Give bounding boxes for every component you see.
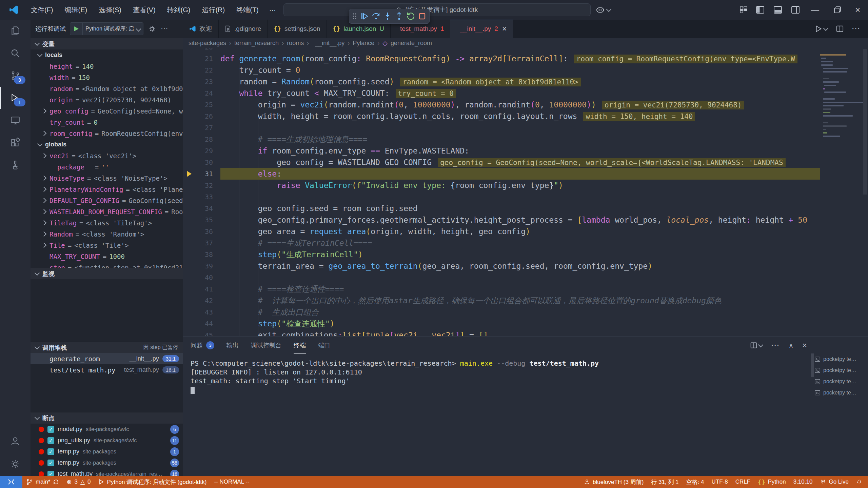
panel-tab-调试控制台[interactable]: 调试控制台 bbox=[251, 337, 281, 354]
line-number[interactable]: 27 bbox=[195, 122, 213, 134]
variable-row[interactable]: width=150 bbox=[31, 72, 183, 83]
breakpoint-row[interactable]: ✓temp.pysite-packages58 bbox=[31, 457, 183, 468]
code-line[interactable]: 36 geo_area = request_area(origin, width… bbox=[183, 226, 820, 237]
status-encoding[interactable]: UTF-8 bbox=[708, 476, 731, 488]
code-line[interactable]: 27 bbox=[183, 122, 820, 134]
panel-tab-问题[interactable]: 问题3 bbox=[191, 337, 214, 354]
code-editor[interactable]: 2021def generate_room(room_config: RoomR… bbox=[183, 48, 868, 336]
status-language-mode[interactable]: {}Python bbox=[754, 476, 790, 488]
variable-row[interactable]: vec2i=<class 'vec2i'> bbox=[31, 150, 183, 161]
close-button[interactable]: × bbox=[855, 0, 860, 20]
close-panel-button[interactable]: × bbox=[802, 341, 807, 350]
variable-row[interactable]: step=<function step at 0x1bf9cd216d bbox=[31, 262, 183, 268]
line-number[interactable]: 36 bbox=[195, 226, 213, 237]
panel-tab-终端[interactable]: 终端 bbox=[294, 337, 306, 354]
terminal-instance[interactable]: pocketpy te… bbox=[814, 365, 866, 376]
breadcrumb-item[interactable]: generate_room bbox=[391, 40, 432, 47]
tab-__init__.py[interactable]: __init__.py2× bbox=[450, 20, 513, 38]
variable-row[interactable]: try_count=0 bbox=[31, 117, 183, 128]
line-number[interactable]: 37 bbox=[195, 237, 213, 249]
run-python-file-button[interactable] bbox=[814, 25, 828, 33]
variable-row[interactable]: WASTELAND_ROOM_REQUEST_CONFIG=RoomR… bbox=[31, 206, 183, 217]
status-go-live[interactable]: Go Live bbox=[816, 476, 852, 488]
code-line[interactable]: 33 bbox=[183, 191, 820, 203]
status-cursor-position[interactable]: 行 31, 列 1 bbox=[647, 476, 682, 488]
line-number[interactable]: 23 bbox=[195, 76, 213, 87]
code-line[interactable]: 32 raise ValueError(f"Invalid env type: … bbox=[183, 180, 820, 191]
line-number[interactable]: 21 bbox=[195, 53, 213, 64]
panel-tab-输出[interactable]: 输出 bbox=[226, 337, 239, 354]
menu-item-转到(G)[interactable]: 转到(G) bbox=[161, 0, 196, 20]
code-line[interactable]: 37 # ====生成TerrainCell==== bbox=[183, 237, 820, 249]
line-number[interactable]: 34 bbox=[195, 203, 213, 214]
variable-row[interactable]: random=<Random object at 0x1bf9d01e… bbox=[31, 83, 183, 94]
extensions-icon[interactable] bbox=[0, 131, 31, 154]
breakpoint-row[interactable]: ✓test_math.pysite-packages\terrain_res…1… bbox=[31, 468, 183, 476]
line-number[interactable]: 22 bbox=[195, 64, 213, 76]
close-icon[interactable]: × bbox=[502, 24, 507, 34]
callstack-section-header[interactable]: 调用堆栈 因 step 已暂停 bbox=[31, 342, 183, 353]
breakpoint-row[interactable]: ✓png_utils.pysite-packages\wfc11 bbox=[31, 435, 183, 446]
status-indentation[interactable]: 空格: 4 bbox=[683, 476, 708, 488]
settings-gear-icon[interactable] bbox=[0, 452, 31, 476]
status-debug-session[interactable]: Python 调试程序: 启动文件 (godot-ldtk) bbox=[95, 476, 211, 488]
debug-step-over-button[interactable] bbox=[372, 12, 380, 21]
tab-.gdignore[interactable]: .gdignore bbox=[219, 20, 268, 38]
line-number[interactable]: 35 bbox=[195, 214, 213, 226]
status-problems[interactable]: ⊗3△0 bbox=[63, 476, 94, 488]
menu-item-终端(T)[interactable]: 终端(T) bbox=[231, 0, 264, 20]
terminal-instance[interactable]: pocketpy te… bbox=[814, 353, 866, 365]
code-line[interactable]: 26 width, height = room_config.layout.n_… bbox=[183, 110, 820, 122]
code-line[interactable]: 29 if room_config.env_type == EnvType.WA… bbox=[183, 145, 820, 157]
breakpoint-checkbox[interactable]: ✓ bbox=[47, 460, 54, 466]
line-number[interactable]: 38 bbox=[195, 249, 213, 260]
status-eol[interactable]: CRLF bbox=[732, 476, 754, 488]
line-number[interactable]: 25 bbox=[195, 99, 213, 110]
code-line[interactable]: 43 # 生成出口组合 bbox=[183, 306, 820, 318]
code-line[interactable]: 40 bbox=[183, 272, 820, 283]
debug-restart-button[interactable] bbox=[406, 12, 415, 21]
menu-item-选择(S)[interactable]: 选择(S) bbox=[93, 0, 127, 20]
variable-row[interactable]: NoiseType=<class 'NoiseType'> bbox=[31, 172, 183, 184]
breakpoints-section-header[interactable]: 断点 bbox=[31, 412, 183, 424]
code-line[interactable]: 28 # ====生成初始地理信息==== bbox=[183, 134, 820, 145]
maximize-panel-button[interactable]: ∧ bbox=[789, 342, 793, 349]
breadcrumb-item[interactable]: Pylance bbox=[353, 40, 374, 47]
menu-item-查看(V)[interactable]: 查看(V) bbox=[127, 0, 161, 20]
breakpoint-checkbox[interactable]: ✓ bbox=[47, 448, 54, 455]
scope-globals[interactable]: globals bbox=[31, 139, 183, 150]
code-line[interactable]: 31 else: bbox=[183, 168, 820, 180]
breakpoint-checkbox[interactable]: ✓ bbox=[47, 471, 54, 476]
terminal-instance[interactable]: pocketpy te… bbox=[814, 376, 866, 387]
testing-icon[interactable] bbox=[0, 154, 31, 176]
toggle-secondary-sidebar-button[interactable] bbox=[791, 0, 800, 20]
scrollbar-thumb[interactable] bbox=[863, 49, 867, 195]
code-line[interactable]: 20 bbox=[183, 48, 820, 53]
debug-start-icon[interactable] bbox=[70, 25, 82, 32]
restore-button[interactable] bbox=[833, 0, 842, 20]
code-line[interactable]: 34 geo_config.seed = room_config.seed bbox=[183, 203, 820, 214]
code-line[interactable]: 21def generate_room(room_config: RoomReq… bbox=[183, 53, 820, 64]
minimize-button[interactable]: — bbox=[811, 0, 819, 20]
accounts-icon[interactable] bbox=[0, 430, 31, 452]
variable-row[interactable]: Tile=<class 'Tile'> bbox=[31, 240, 183, 251]
code-line[interactable]: 25 origin = vec2i(random.randint(0, 1000… bbox=[183, 99, 820, 110]
code-line[interactable]: 30 geo_config = WASTELAND_GEO_CONFIGgeo_… bbox=[183, 157, 820, 168]
toggle-panel-button[interactable] bbox=[773, 0, 783, 20]
breakpoint-checkbox[interactable]: ✓ bbox=[47, 426, 54, 433]
code-line[interactable]: 42 # 计算每一个出口的中心，然后使用astar生成路径，确保每一个出口组合都… bbox=[183, 295, 820, 306]
terminal-scrollbar[interactable] bbox=[811, 353, 814, 377]
editor-more-actions[interactable]: ··· bbox=[852, 25, 861, 33]
debug-step-into-button[interactable] bbox=[383, 12, 392, 21]
copilot-button[interactable] bbox=[595, 0, 611, 20]
code-line[interactable]: 22 try_count = 0 bbox=[183, 64, 820, 76]
code-line[interactable]: 41 # ====检查连通性==== bbox=[183, 283, 820, 295]
status-vim-mode[interactable]: -- NORMAL -- bbox=[210, 476, 253, 488]
drag-handle-icon[interactable] bbox=[352, 12, 357, 20]
variable-row[interactable]: MAX_TRY_COUNT=1000 bbox=[31, 251, 183, 262]
status-python-version[interactable]: 3.10.10 bbox=[790, 476, 816, 488]
toggle-sidebar-button[interactable] bbox=[755, 0, 765, 20]
variable-row[interactable]: height=140 bbox=[31, 61, 183, 72]
panel-tab-端口[interactable]: 端口 bbox=[318, 337, 330, 354]
breadcrumb-item[interactable]: site-packages bbox=[189, 40, 226, 47]
